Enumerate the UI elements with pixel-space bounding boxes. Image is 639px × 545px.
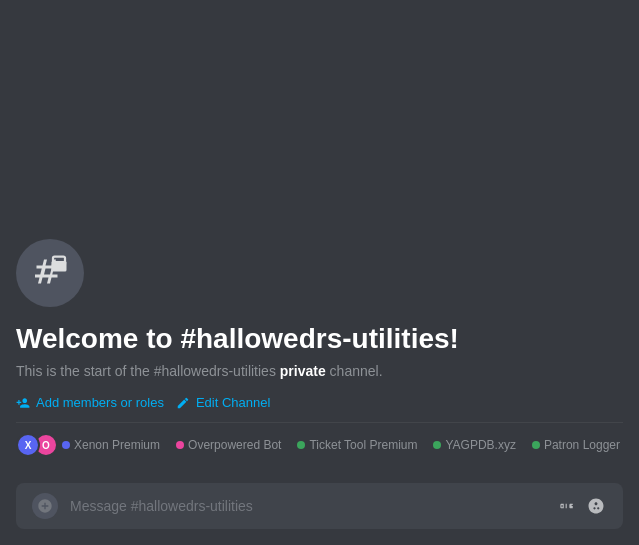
plus-circle-icon (37, 498, 53, 514)
gif-icon (557, 497, 575, 515)
add-members-button[interactable]: Add members or roles (16, 395, 164, 410)
emoji-icon (587, 497, 605, 515)
bot-name-yagpdb: YAGPDB.xyz (445, 438, 515, 452)
message-right-icons (555, 495, 607, 517)
subtitle-bold: private (280, 363, 326, 379)
message-bar-area: Message #hallowedrs-utilities (0, 483, 639, 545)
bot-name-patron: Patron Logger (544, 438, 620, 452)
add-members-label: Add members or roles (36, 395, 164, 410)
bot-tag-overpowered: Overpowered Bot (176, 438, 281, 452)
message-add-icon-wrapper[interactable] (32, 493, 58, 519)
channel-header: Welcome to #hallowedrs-utilities! This i… (16, 239, 623, 483)
edit-channel-icon (176, 396, 190, 410)
welcome-title: Welcome to #hallowedrs-utilities! (16, 323, 623, 355)
bot-name-ticket: Ticket Tool Premium (309, 438, 417, 452)
svg-rect-1 (52, 261, 67, 272)
message-input-wrapper: Message #hallowedrs-utilities (16, 483, 623, 529)
bot-dot-patron (532, 441, 540, 449)
message-placeholder[interactable]: Message #hallowedrs-utilities (70, 498, 543, 514)
emoji-button[interactable] (585, 495, 607, 517)
subtitle-suffix: channel. (330, 363, 383, 379)
bot-name-overpowered: Overpowered Bot (188, 438, 281, 452)
subtitle-prefix: This is the start of the #hallowedrs-uti… (16, 363, 276, 379)
main-content: Welcome to #hallowedrs-utilities! This i… (0, 239, 639, 483)
bot-tag-patron: Patron Logger (532, 438, 620, 452)
bot-dot-ticket (297, 441, 305, 449)
bots-bar: X O Xenon Premium Overpowered Bot Ticket… (16, 422, 623, 467)
bot-avatar-1: X (16, 433, 40, 457)
top-empty-area (0, 0, 639, 239)
bot-tag-ticket: Ticket Tool Premium (297, 438, 417, 452)
bot-tag-yagpdb: YAGPDB.xyz (433, 438, 515, 452)
edit-channel-label: Edit Channel (196, 395, 270, 410)
hash-lock-icon (32, 255, 68, 291)
bot-tag-xenon: Xenon Premium (62, 438, 160, 452)
welcome-subtitle: This is the start of the #hallowedrs-uti… (16, 363, 623, 379)
bot-dot-yagpdb (433, 441, 441, 449)
channel-icon (16, 239, 84, 307)
edit-channel-button[interactable]: Edit Channel (176, 395, 270, 410)
bot-dot-xenon (62, 441, 70, 449)
bot-name-xenon: Xenon Premium (74, 438, 160, 452)
gif-button[interactable] (555, 495, 577, 517)
action-buttons: Add members or roles Edit Channel (16, 395, 623, 410)
bot-avatars: X O (16, 433, 52, 457)
add-members-icon (16, 396, 30, 410)
bot-dot-overpowered (176, 441, 184, 449)
